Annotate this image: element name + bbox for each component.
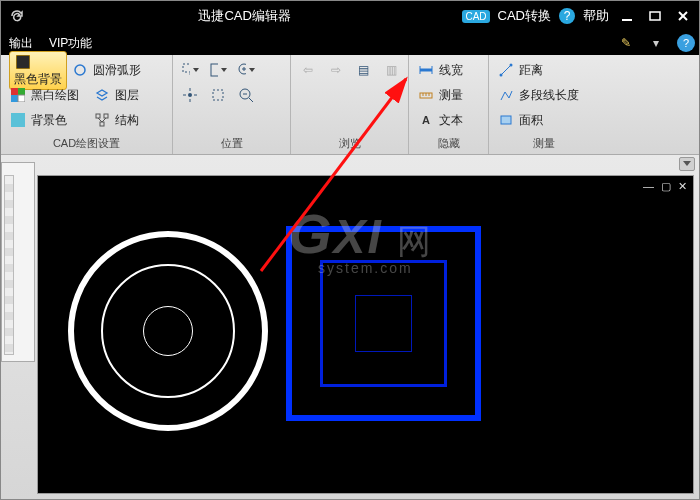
canvas-window-controls[interactable]: — ▢ ✕	[643, 180, 689, 193]
group-position: 位置	[173, 55, 291, 154]
svg-rect-1	[650, 12, 660, 20]
minimize-icon[interactable]	[617, 6, 637, 26]
group-browse: ⇦ ⇨ ▤ ▥ 浏览	[291, 55, 409, 154]
side-panel[interactable]	[1, 162, 35, 362]
polylen-button[interactable]: 多段线长度	[519, 87, 579, 104]
svg-marker-43	[683, 161, 691, 166]
linewidth-icon	[417, 61, 435, 79]
next-view-icon: ⇨	[327, 61, 345, 79]
svg-rect-6	[11, 88, 18, 95]
prev-view-icon: ⇦	[299, 61, 317, 79]
group-cad-settings: 黑色背景 圆滑弧形 黑白绘图 图层 背景色 结构 C	[1, 55, 173, 154]
svg-line-15	[102, 118, 106, 122]
distance-button[interactable]: 距离	[519, 62, 543, 79]
svg-line-14	[98, 118, 102, 122]
menubar: 输出 VIP功能 ✎ ▾ ?	[1, 31, 699, 55]
struct-button[interactable]: 结构	[115, 112, 139, 129]
group-label-position: 位置	[181, 133, 282, 154]
black-bg-icon	[14, 53, 32, 71]
svg-rect-9	[18, 95, 25, 102]
svg-rect-16	[183, 64, 190, 72]
doc1-icon[interactable]: ▤	[355, 61, 373, 79]
cad-convert-button[interactable]: CAD转换	[498, 7, 551, 25]
doc2-icon: ▥	[382, 61, 400, 79]
group-label-cad: CAD绘图设置	[9, 133, 164, 154]
svg-rect-7	[18, 88, 25, 95]
svg-rect-42	[501, 116, 511, 124]
area-icon	[497, 111, 515, 129]
drawing-canvas[interactable]: — ▢ ✕ GGXIXI 网 system.com	[37, 175, 694, 494]
titlebar-right: CAD CAD转换 ? 帮助	[462, 6, 693, 26]
polylen-icon	[497, 86, 515, 104]
menu-output[interactable]: 输出	[9, 35, 33, 52]
zoom-window-icon[interactable]	[181, 61, 199, 79]
svg-point-5	[75, 65, 85, 75]
redo-icon[interactable]	[7, 6, 27, 26]
distance-icon	[497, 61, 515, 79]
measure-icon	[417, 86, 435, 104]
fit-icon[interactable]	[209, 86, 227, 104]
svg-point-41	[510, 64, 513, 67]
edit-icon[interactable]: ✎	[617, 34, 635, 52]
svg-rect-8	[11, 95, 18, 102]
arc-icon	[71, 61, 89, 79]
layer-icon	[93, 86, 111, 104]
bgcolor-icon	[9, 111, 27, 129]
svg-rect-4	[16, 55, 30, 69]
info-icon[interactable]: ?	[677, 34, 695, 52]
arc-button[interactable]: 圆滑弧形	[93, 62, 141, 79]
zoom-out-icon[interactable]	[237, 86, 255, 104]
app-window: 迅捷CAD编辑器 CAD CAD转换 ? 帮助 输出 VIP功能 ✎ ▾ ? 黑…	[0, 0, 700, 500]
bw-icon	[9, 86, 27, 104]
zoom-in-icon[interactable]	[237, 61, 255, 79]
svg-point-40	[500, 74, 503, 77]
group-label-hide: 隐藏	[417, 133, 480, 154]
struct-icon	[93, 111, 111, 129]
svg-point-23	[188, 93, 192, 97]
svg-line-39	[501, 65, 511, 75]
layer-button[interactable]: 图层	[115, 87, 139, 104]
bw-button[interactable]: 黑白绘图	[31, 87, 79, 104]
close-icon[interactable]	[673, 6, 693, 26]
svg-line-30	[249, 98, 253, 102]
group-label-browse: 浏览	[299, 133, 400, 154]
svg-rect-12	[104, 114, 108, 118]
group-measure: 距离 多段线长度 面积 测量	[489, 55, 599, 154]
area-button[interactable]: 面积	[519, 112, 543, 129]
circle-inner	[143, 306, 193, 356]
dropdown-icon[interactable]: ▾	[647, 34, 665, 52]
group-label-measure: 测量	[497, 133, 591, 154]
group-hide: 线宽 测量 A 文本 隐藏	[409, 55, 489, 154]
bgcolor-button[interactable]: 背景色	[31, 112, 67, 129]
help-label[interactable]: 帮助	[583, 7, 609, 25]
svg-rect-10	[11, 113, 25, 127]
ribbon: 黑色背景 圆滑弧形 黑白绘图 图层 背景色 结构 C	[1, 55, 699, 155]
ribbon-expand-icon[interactable]	[679, 157, 695, 171]
svg-rect-18	[211, 64, 218, 76]
text-button[interactable]: 文本	[439, 112, 463, 129]
measure-button[interactable]: 测量	[439, 87, 463, 104]
menu-vip[interactable]: VIP功能	[49, 35, 92, 52]
workarea: ⫠ — ▢ ✕ GGXIXI 网 system.com	[1, 155, 699, 499]
linewidth-button[interactable]: 线宽	[439, 62, 463, 79]
zoom-extents-icon[interactable]	[209, 61, 227, 79]
square-inner	[355, 295, 412, 352]
svg-rect-13	[100, 122, 104, 126]
cad-badge-icon: CAD	[462, 10, 489, 23]
svg-rect-11	[96, 114, 100, 118]
help-icon[interactable]: ?	[559, 8, 575, 24]
text-icon: A	[417, 111, 435, 129]
app-title: 迅捷CAD编辑器	[27, 7, 462, 25]
svg-rect-28	[213, 90, 223, 100]
pan-icon[interactable]	[181, 86, 199, 104]
titlebar: 迅捷CAD编辑器 CAD CAD转换 ? 帮助	[1, 1, 699, 31]
maximize-icon[interactable]	[645, 6, 665, 26]
